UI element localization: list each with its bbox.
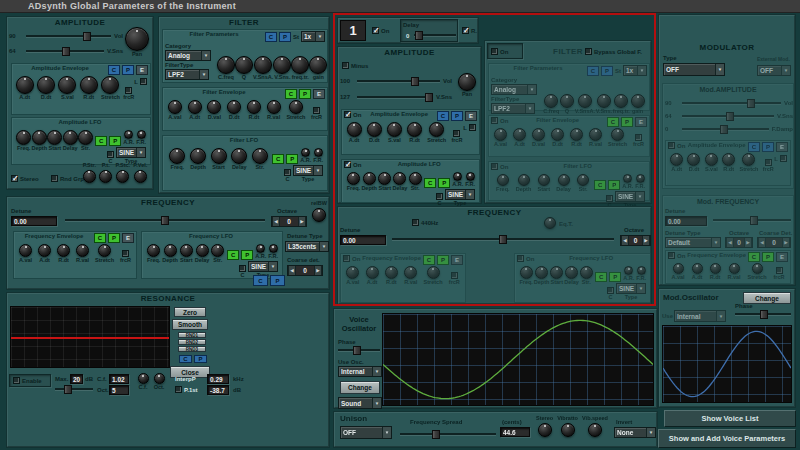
checkbox[interactable] (517, 255, 524, 262)
f-r-knob[interactable] (636, 174, 645, 183)
p-button[interactable]: P (451, 111, 463, 121)
str-knob[interactable] (580, 266, 593, 279)
on-checkbox[interactable]: On (668, 142, 685, 149)
r-val-knob[interactable] (589, 128, 602, 141)
octave-spinner[interactable]: ◀0▶ (725, 237, 753, 248)
depth-knob[interactable] (164, 244, 177, 257)
octave-spinner[interactable]: ◀0▶ (620, 235, 651, 246)
e-button[interactable]: E (776, 252, 788, 262)
gain-knob[interactable] (631, 94, 645, 108)
e-button[interactable]: E (122, 233, 134, 243)
lfo-type-dropdown[interactable]: SINE▼ (116, 147, 146, 158)
e-button[interactable]: E (635, 117, 647, 127)
filtertype-dropdown[interactable]: LPF2▼ (165, 69, 209, 80)
stereo-checkbox[interactable]: Stereo (11, 175, 39, 182)
s-val-knob[interactable] (58, 76, 76, 94)
rnd2-button[interactable]: RND2 (178, 339, 206, 345)
a-val-knob[interactable] (19, 244, 32, 257)
delay-knob[interactable] (231, 148, 247, 164)
a-r-knob[interactable] (256, 244, 265, 253)
lock-checkbox[interactable] (140, 78, 147, 85)
p-button[interactable]: P (286, 154, 298, 164)
f-r-knob[interactable] (137, 130, 146, 139)
frcr-checkbox[interactable] (125, 87, 132, 94)
titlebar[interactable]: ADsynth Global Parameters of the Instrum… (0, 0, 800, 13)
on-checkbox[interactable]: On (343, 255, 360, 262)
frcr-checkbox[interactable] (122, 250, 129, 257)
depth-knob[interactable] (32, 130, 47, 145)
continuous-checkbox[interactable] (239, 265, 246, 272)
increment-icon[interactable]: ▶ (314, 266, 322, 275)
paste-button[interactable]: P (270, 275, 285, 286)
d-val-knob[interactable] (207, 100, 221, 114)
frcr-checkbox[interactable] (451, 272, 458, 279)
p-button[interactable]: P (609, 272, 621, 282)
p-vel-knob[interactable] (134, 170, 147, 183)
stereo-knob[interactable] (538, 423, 552, 437)
category-dropdown[interactable]: Analog▼ (165, 50, 211, 61)
frcr-checkbox[interactable] (313, 107, 320, 114)
frcr-checkbox[interactable] (453, 130, 460, 137)
c-button[interactable]: C (587, 66, 599, 76)
interp-field[interactable]: 0.29 (207, 374, 229, 384)
f-r-knob[interactable] (637, 266, 646, 275)
zero-button[interactable]: Zero (174, 307, 206, 317)
c-button[interactable]: C (595, 272, 607, 282)
mod-fdamp-slider[interactable] (682, 125, 769, 134)
continuous-checkbox[interactable] (436, 193, 443, 200)
a-r-knob[interactable] (623, 174, 632, 183)
freq-knob[interactable] (520, 266, 533, 279)
c-button[interactable]: C (285, 89, 297, 99)
freq-knob[interactable] (169, 148, 185, 164)
stages-dropdown[interactable]: 1x▼ (301, 31, 325, 42)
decrement-icon[interactable]: ◀ (272, 217, 280, 226)
lfo-type-dropdown[interactable]: SINE▼ (445, 189, 475, 200)
max-field[interactable]: 20 (70, 374, 83, 384)
q-knob[interactable] (235, 56, 253, 74)
delay-knob[interactable] (63, 130, 78, 145)
on-checkbox[interactable]: On (517, 255, 534, 262)
freq-knob[interactable] (347, 172, 360, 185)
v-sns-knob[interactable] (273, 56, 291, 74)
octave-spinner[interactable]: ◀0▶ (271, 216, 307, 227)
p-str-knob[interactable] (83, 170, 96, 183)
lfo-type-dropdown[interactable]: SINE▼ (616, 283, 646, 294)
c-button[interactable]: C (272, 154, 284, 164)
p-button[interactable]: P (279, 32, 291, 42)
a-dt-knob[interactable] (366, 266, 379, 279)
on-checkbox[interactable]: On (491, 163, 508, 170)
resonance-graph[interactable] (10, 306, 170, 368)
c-button[interactable]: C (94, 233, 106, 243)
depth-knob[interactable] (190, 148, 206, 164)
checkbox[interactable] (668, 142, 675, 149)
r-dt-knob[interactable] (407, 122, 422, 137)
r-dt-knob[interactable] (722, 153, 735, 166)
v-sns-knob[interactable] (597, 94, 611, 108)
freq-tr-knob[interactable] (291, 56, 309, 74)
r-dt-knob[interactable] (247, 100, 261, 114)
increment-icon[interactable]: ▶ (642, 236, 650, 245)
detune-slider[interactable] (392, 235, 614, 244)
coarse-detune-spinner[interactable]: ◀0▶ (287, 265, 323, 276)
c-f-knob[interactable] (138, 373, 149, 384)
protect-first-checkbox[interactable]: P.1st (175, 386, 198, 393)
delay-slider[interactable] (414, 31, 456, 40)
delay-knob[interactable] (393, 172, 406, 185)
decrement-icon[interactable]: ◀ (758, 238, 766, 247)
a-dt-knob[interactable] (16, 76, 34, 94)
copy-button[interactable]: C (179, 355, 192, 363)
a-dt-knob[interactable] (670, 153, 683, 166)
c-freq-knob[interactable] (217, 56, 235, 74)
rnd1-button[interactable]: RND1 (178, 332, 206, 338)
vib-speed-knob[interactable] (588, 423, 602, 437)
start-knob[interactable] (538, 174, 550, 186)
freq-knob[interactable] (497, 174, 509, 186)
a-dt-knob[interactable] (692, 263, 703, 274)
lfo-type-dropdown[interactable]: SINE▼ (615, 191, 645, 202)
a-val-knob[interactable] (168, 100, 182, 114)
stretch-knob[interactable] (98, 244, 111, 257)
pan-knob[interactable] (458, 73, 476, 91)
on-checkbox[interactable]: On (344, 161, 361, 168)
d-val-knob[interactable] (532, 128, 545, 141)
increment-icon[interactable]: ▶ (782, 238, 790, 247)
